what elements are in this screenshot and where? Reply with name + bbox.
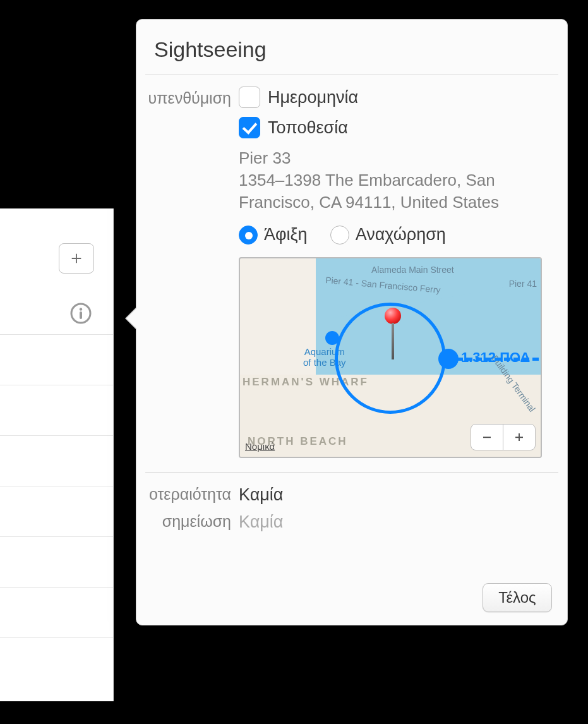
date-checkbox[interactable] [239,87,260,108]
location-map[interactable]: HERMAN'S WHARF NORTH BEACH Aquarium of t… [239,257,542,458]
reminder-title[interactable]: Sightseeing [136,20,567,75]
remind-me-label: υπενθύμιση [136,87,239,458]
note-row[interactable]: σημείωση Καμία [136,509,567,536]
location-checkbox-label: Τοποθεσία [268,118,348,138]
leave-radio-item[interactable]: Αναχώρηση [330,225,446,244]
road-alameda: Alameda Main Street [371,265,454,275]
priority-value[interactable]: Καμία [239,485,283,505]
note-field[interactable]: Καμία [239,512,283,532]
plus-icon [513,431,525,443]
priority-row[interactable]: οτεραιότητα Καμία [136,481,567,509]
leave-radio-label: Αναχώρηση [356,225,446,244]
leave-radio[interactable] [330,226,349,244]
location-checkbox[interactable] [239,117,260,138]
date-checkbox-label: Ημερομηνία [268,88,358,107]
map-zoom-in-button[interactable] [503,424,536,450]
map-zoom-out-button[interactable] [471,424,503,450]
background-list [0,208,114,701]
arrive-radio[interactable] [239,226,258,244]
done-button[interactable]: Τέλος [483,583,552,612]
location-address: Pier 33 1354–1398 The Embarcadero, San F… [239,147,558,214]
priority-label: οτεραιότητα [136,485,239,505]
add-button[interactable] [59,243,94,274]
remind-me-section: υπενθύμιση Ημερομηνία Τοποθεσία Pier 33 … [136,75,567,458]
plus-icon [69,251,83,265]
remind-at-location-row[interactable]: Τοποθεσία [239,117,558,138]
minus-icon [481,431,493,443]
map-zoom-controls [471,424,536,450]
arrive-radio-item[interactable]: Άφιξη [239,225,308,244]
svg-rect-3 [483,437,491,438]
note-label: σημείωση [136,512,239,532]
remind-on-date-row[interactable]: Ημερομηνία [239,87,558,108]
map-legal-link[interactable]: Νομικά [245,441,275,452]
geofence-radius-label: 1.312 ΠΟΔ [461,349,530,366]
location-mode-radios: Άφιξη Αναχώρηση [239,225,558,244]
reminder-details-popover: Sightseeing υπενθύμιση Ημερομηνία Τοποθε… [136,19,568,625]
road-pier41-right: Pier 41 [509,279,537,289]
arrive-radio-label: Άφιξη [264,225,308,244]
svg-rect-5 [519,433,520,441]
